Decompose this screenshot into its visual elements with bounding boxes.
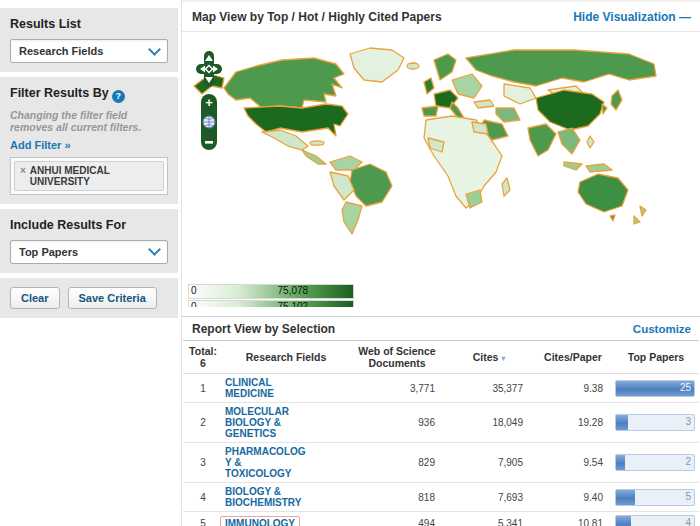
include-results-dropdown[interactable]: Top Papers xyxy=(10,240,168,264)
map-region-turkey[interactable] xyxy=(474,100,494,108)
help-icon[interactable]: ? xyxy=(112,90,125,103)
map-region-brazil[interactable] xyxy=(350,164,392,206)
col-cites-per-paper: Cites/Paper xyxy=(533,341,613,374)
row-rank: 4 xyxy=(183,483,223,512)
hide-visualization-link[interactable]: Hide Visualization — xyxy=(573,10,691,24)
map-region-philippines[interactable] xyxy=(587,136,594,148)
report-panel: Report View by Selection Customize Total… xyxy=(181,316,700,526)
table-row: 4 BIOLOGY & BIOCHEMISTRY 818 7,693 9.40 … xyxy=(183,483,699,512)
map-region-india[interactable] xyxy=(528,124,556,156)
filter-heading: Filter Results By? xyxy=(10,86,168,103)
map-region-southeast-asia[interactable] xyxy=(558,128,580,154)
map-region-mexico[interactable] xyxy=(262,130,308,150)
map-region-scandinavia[interactable] xyxy=(434,54,456,80)
field-link[interactable]: CLINICAL MEDICINE xyxy=(225,377,274,399)
remove-filter-icon[interactable]: × xyxy=(20,165,26,176)
row-cpp: 10.81 xyxy=(533,512,613,526)
map-region-argentina[interactable] xyxy=(342,202,362,234)
filter-tag-label: ANHUI MEDICAL UNIVERSITY xyxy=(30,165,158,187)
chevron-down-icon xyxy=(148,43,161,56)
bar-value: 25 xyxy=(680,382,691,393)
results-list-dropdown[interactable]: Research Fields xyxy=(10,39,168,63)
save-criteria-button[interactable]: Save Criteria xyxy=(68,287,157,309)
map-region-spain[interactable] xyxy=(422,106,438,116)
map-region-indonesia-east[interactable] xyxy=(586,164,612,172)
legend-gradient-bar: 0 75,078 xyxy=(188,284,354,299)
field-link[interactable]: BIOLOGY & BIOCHEMISTRY xyxy=(225,486,301,508)
map-region-indonesia-west[interactable] xyxy=(564,162,582,170)
map-controls: + xyxy=(192,50,226,160)
bar-value: 5 xyxy=(685,491,691,502)
map-region-egypt[interactable] xyxy=(472,122,488,134)
map-region-japan[interactable] xyxy=(611,90,622,110)
filter-tag[interactable]: × ANHUI MEDICAL UNIVERSITY xyxy=(14,161,164,191)
map-region-central-america[interactable] xyxy=(302,150,326,164)
row-rank: 1 xyxy=(183,374,223,403)
include-results-dropdown-value: Top Papers xyxy=(19,246,78,258)
map-region-iceland[interactable] xyxy=(407,63,419,69)
row-docs: 494 xyxy=(349,512,445,526)
map-region-new-zealand-south[interactable] xyxy=(634,216,640,224)
report-table: Total: 6 Research Fields Web of Science … xyxy=(183,340,699,526)
row-rank: 5 xyxy=(183,512,223,526)
bar-fill xyxy=(616,415,628,430)
zoom-in-icon[interactable]: + xyxy=(205,95,213,110)
col-wos-documents: Web of Science Documents xyxy=(349,341,445,374)
map-region-uk[interactable] xyxy=(424,78,434,94)
map-region-eastern-europe[interactable] xyxy=(452,74,482,98)
zoom-out-icon[interactable] xyxy=(205,141,213,144)
row-cites: 18,049 xyxy=(445,403,533,443)
clear-button[interactable]: Clear xyxy=(10,287,60,309)
legend-gradient-bar-2-clipped: 0 75,102 xyxy=(188,300,358,307)
map-legend: 0 75,078 0 75,102 xyxy=(188,284,358,307)
row-cpp: 9.54 xyxy=(533,443,613,483)
col-cites-sort[interactable]: Cites ▾ xyxy=(445,341,533,374)
map-region-cuba[interactable] xyxy=(310,141,324,145)
map-region-iran[interactable] xyxy=(496,108,520,122)
table-row: 3 PHARMACOLOG Y & TOXICOLOGY 829 7,905 9… xyxy=(183,443,699,483)
include-results-section: Include Results For Top Papers xyxy=(0,209,178,273)
row-rank: 3 xyxy=(183,443,223,483)
add-filter-link[interactable]: Add Filter » xyxy=(10,139,71,151)
map-region-kazakhstan[interactable] xyxy=(504,84,536,104)
map-region-canada[interactable] xyxy=(224,58,344,108)
row-rank: 2 xyxy=(183,403,223,443)
minimize-icon: — xyxy=(679,10,691,24)
legend-min: 0 xyxy=(191,285,197,297)
map-region-new-zealand-north[interactable] xyxy=(640,206,646,216)
map-region-korea[interactable] xyxy=(602,104,607,114)
row-docs: 936 xyxy=(349,403,445,443)
row-cpp: 9.38 xyxy=(533,374,613,403)
legend-max: 75,078 xyxy=(278,285,309,297)
table-row: 2 MOLECULAR BIOLOGY & GENETICS 936 18,04… xyxy=(183,403,699,443)
results-list-dropdown-value: Research Fields xyxy=(19,45,103,57)
row-docs: 3,771 xyxy=(349,374,445,403)
map-region-madagascar[interactable] xyxy=(502,178,510,196)
map-stage: + xyxy=(182,32,700,319)
results-list-section: Results List Research Fields xyxy=(0,8,178,72)
field-link[interactable]: IMMUNOLOGY xyxy=(220,516,300,526)
row-docs: 818 xyxy=(349,483,445,512)
field-link[interactable]: PHARMACOLOG Y & TOXICOLOGY xyxy=(225,446,306,479)
report-title: Report View by Selection xyxy=(192,322,335,336)
world-map[interactable] xyxy=(184,38,699,288)
row-cites: 7,905 xyxy=(445,443,533,483)
report-table-header-row: Total: 6 Research Fields Web of Science … xyxy=(183,341,699,374)
pan-control[interactable] xyxy=(196,51,222,87)
esi-page: Results List Research Fields Filter Resu… xyxy=(0,0,700,526)
map-region-usa[interactable] xyxy=(244,104,348,136)
map-region-tasmania[interactable] xyxy=(610,215,615,221)
top-papers-bar: 4 xyxy=(615,515,695,526)
row-cpp: 19.28 xyxy=(533,403,613,443)
map-region-greenland[interactable] xyxy=(350,48,404,82)
table-row: 5 IMMUNOLOGY 494 5,341 10.81 4 xyxy=(183,512,699,526)
map-region-australia[interactable] xyxy=(578,174,628,212)
field-link[interactable]: MOLECULAR BIOLOGY & GENETICS xyxy=(225,406,289,439)
report-table-body: 1 CLINICAL MEDICINE 3,771 35,377 9.38 25… xyxy=(183,374,699,526)
sidebar: Results List Research Fields Filter Resu… xyxy=(0,0,180,323)
top-papers-bar: 5 xyxy=(615,489,695,506)
map-region-russia[interactable] xyxy=(466,50,656,86)
zoom-control: + xyxy=(201,94,217,150)
bar-value: 4 xyxy=(685,517,691,526)
customize-link[interactable]: Customize xyxy=(633,323,691,335)
